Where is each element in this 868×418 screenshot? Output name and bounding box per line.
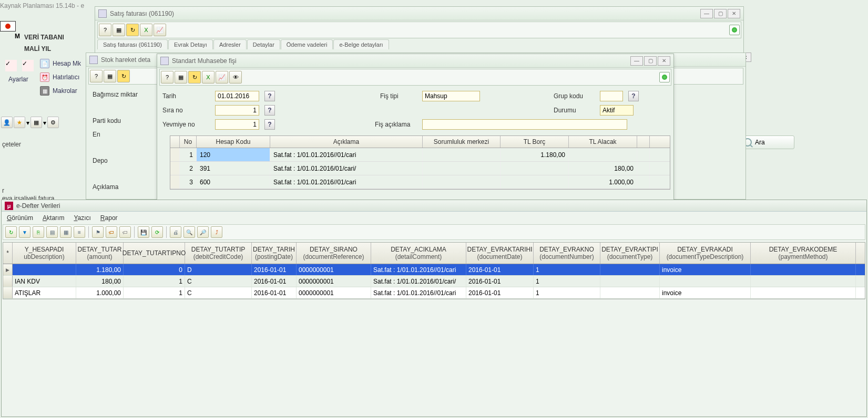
menu-yazici[interactable]: Yazıcı — [74, 214, 90, 222]
tb-rows-icon[interactable]: ≡ — [74, 226, 85, 238]
edefter-col[interactable]: DETAY_EVRAKTIPI(documentType) — [600, 243, 660, 264]
col-no[interactable]: No — [180, 136, 197, 148]
tb-grid-icon[interactable]: ▦ — [104, 70, 116, 82]
star-icon[interactable]: ★ — [14, 117, 25, 128]
tb-preview-icon[interactable]: 🔍 — [183, 226, 195, 238]
col-borc[interactable]: TL Borç — [501, 136, 569, 148]
tb-refresh-icon[interactable]: ↻ — [117, 70, 130, 82]
tab-ebelge[interactable]: e-Belge detayları — [333, 39, 389, 49]
row-selector-head[interactable]: * — [3, 243, 13, 264]
close-button[interactable]: ✕ — [658, 56, 670, 66]
tb-tag2-icon[interactable]: 🏷 — [119, 226, 131, 238]
muh-row[interactable]: 2391Sat.fat : 1/01.01.2016/01/cari/180,0… — [170, 162, 670, 175]
input-yevmiye[interactable] — [215, 119, 259, 130]
muh-titlebar[interactable]: Standart Muhasebe fişi — ▢ ✕ — [157, 54, 673, 68]
tb-refresh-icon[interactable]: ↻ — [188, 71, 201, 83]
edefter-col[interactable]: DETAY_TUTARTIPNO — [124, 243, 185, 264]
tab-evrak[interactable]: Evrak Detayı — [168, 39, 213, 49]
edefter-row[interactable]: ATIŞLAR1.000,001C2016-01-010000000001Sat… — [3, 287, 865, 299]
tb-refresh-icon[interactable]: ↻ — [126, 24, 139, 36]
edefter-col[interactable]: DETAY_EVRAKADI(documentTypeDescription) — [660, 243, 751, 264]
maximize-button[interactable]: ▢ — [644, 56, 657, 66]
tb-chart-icon[interactable]: 📈 — [216, 71, 228, 83]
row-indicator[interactable] — [3, 287, 13, 298]
tb-print-icon[interactable]: 🖨 — [170, 226, 181, 238]
edefter-col[interactable]: DETAY_ACIKLAMA(detailComment) — [371, 243, 466, 264]
edefter-col[interactable]: DETAY_EVRAKNO(documentNumber) — [534, 243, 600, 264]
col-sorumlu[interactable]: Sorumluluk merkezi — [423, 136, 501, 148]
muh-table[interactable]: No Hesap Kodu Açıklama Sorumluluk merkez… — [170, 135, 670, 190]
check-icon[interactable]: ✓ — [5, 60, 17, 71]
user-icon[interactable]: 👤 — [1, 117, 13, 128]
lookup-sira[interactable]: ? — [264, 105, 275, 116]
input-grup[interactable] — [600, 91, 623, 101]
tb-insert-icon[interactable]: ⎘ — [33, 226, 44, 238]
col-aciklama[interactable]: Açıklama — [270, 136, 423, 148]
menu-rapor[interactable]: Rapor — [100, 214, 118, 222]
lookup-yevmiye[interactable]: ? — [264, 119, 275, 130]
calendar-icon[interactable]: ▦ — [30, 117, 42, 128]
tb-eye-icon[interactable]: 👁 — [229, 71, 242, 83]
nav-hesap[interactable]: 📄Hesap Mk — [38, 57, 83, 70]
lookup-tarih[interactable]: ? — [264, 91, 275, 101]
edefter-col[interactable]: DETAY_TUTAR(amount) — [76, 243, 124, 264]
tb-grid-icon[interactable]: ▦ — [113, 24, 125, 36]
col-hesap[interactable]: Hesap Kodu — [197, 136, 270, 148]
edefter-row[interactable]: IAN KDV180,001C2016-01-010000000001Sat.f… — [3, 276, 865, 287]
tb-filter-icon[interactable]: ▼ — [19, 226, 30, 238]
muh-row[interactable]: 1120Sat.fat : 1/01.01.2016//01/cari1.180… — [170, 148, 670, 162]
nav-veri-tabani[interactable]: VERİ TABANI — [24, 32, 64, 43]
tb-excel-icon[interactable]: X — [140, 24, 152, 36]
edefter-grid[interactable]: * Y_HESAPADIubDescription)DETAY_TUTAR(am… — [3, 242, 865, 299]
edefter-titlebar[interactable]: μ e-Defter Verileri — [2, 200, 866, 212]
maximize-button[interactable]: ▢ — [714, 9, 727, 18]
menu-aktarim[interactable]: Aktarım — [43, 214, 64, 222]
minimize-button[interactable]: — — [630, 56, 643, 66]
tb-help-icon[interactable]: ? — [90, 70, 103, 82]
check2-icon[interactable]: ✓ — [22, 60, 34, 71]
tb-layout1-icon[interactable]: ▤ — [46, 226, 58, 238]
input-fistipi[interactable] — [422, 91, 480, 101]
tb-tag1-icon[interactable]: 🏷 — [106, 226, 117, 238]
edefter-col[interactable]: DETAY_EVRAKTARIHI(documentDate) — [466, 243, 534, 264]
lookup-grup[interactable]: ? — [628, 91, 639, 101]
pref-icon[interactable]: ⚙ — [47, 117, 59, 128]
tb-zoom-icon[interactable]: 🔎 — [197, 226, 209, 238]
edefter-col[interactable]: Y_HESAPADIubDescription) — [13, 243, 76, 264]
tab-satis[interactable]: Satış faturası (061190) — [97, 39, 168, 49]
tb-help-icon[interactable]: ? — [99, 24, 111, 36]
tb-refresh-icon[interactable]: ↻ — [5, 226, 17, 238]
tb-chart-icon[interactable]: 📈 — [154, 24, 166, 36]
tb-sync-icon[interactable]: ⟳ — [151, 226, 163, 238]
minimize-button[interactable]: — — [700, 9, 713, 18]
tb-excel-icon[interactable]: X — [202, 71, 215, 83]
tab-odeme[interactable]: Ödeme vadeleri — [281, 39, 333, 49]
tb-grid-icon[interactable]: ▦ — [175, 71, 187, 83]
tab-adresler[interactable]: Adresler — [213, 39, 247, 49]
tb-layout2-icon[interactable]: ▦ — [60, 226, 72, 238]
nav-makrolar[interactable]: ▦Makrolar — [38, 84, 83, 98]
close-button[interactable]: ✕ — [728, 9, 740, 18]
edefter-col[interactable]: DETAY_EVRAKODEME(paymentMethod) — [751, 243, 856, 264]
tb-flag-icon[interactable]: ⚑ — [92, 226, 104, 238]
tb-help-icon[interactable]: ? — [161, 71, 173, 83]
nav-hatirlatici[interactable]: ⏰Hatırlatıcı — [38, 70, 83, 84]
left-ceteler[interactable]: çeteler — [2, 141, 21, 148]
muh-row[interactable]: 3600Sat.fat : 1/01.01.2016//01/cari1.000… — [170, 175, 670, 189]
edefter-col[interactable]: DETAY_TUTARTIP(debitCreditCode) — [185, 243, 252, 264]
menu-gorunum[interactable]: Görünüm — [7, 214, 33, 222]
tb-export-icon[interactable]: ⤴ — [211, 226, 222, 238]
col-alacak[interactable]: TL Alacak — [569, 136, 637, 148]
edefter-col[interactable]: DETAY_TARIH(postingDate) — [252, 243, 297, 264]
input-fisacik[interactable] — [422, 119, 627, 130]
tab-detaylar[interactable]: Detaylar — [247, 39, 280, 49]
row-indicator[interactable]: ▶ — [3, 264, 13, 275]
tb-save-icon[interactable]: 💾 — [138, 226, 149, 238]
input-durumu[interactable] — [600, 105, 634, 116]
edefter-col[interactable]: DETAY_SIRANO(documentReference) — [297, 243, 371, 264]
edefter-row[interactable]: ▶1.180,000D2016-01-010000000001Sat.fat :… — [3, 264, 865, 276]
satis-titlebar[interactable]: Satış faturası (061190) — ▢ ✕ — [95, 7, 743, 20]
input-sira[interactable] — [215, 105, 259, 116]
row-indicator[interactable] — [3, 276, 13, 287]
input-tarih[interactable] — [215, 91, 259, 101]
